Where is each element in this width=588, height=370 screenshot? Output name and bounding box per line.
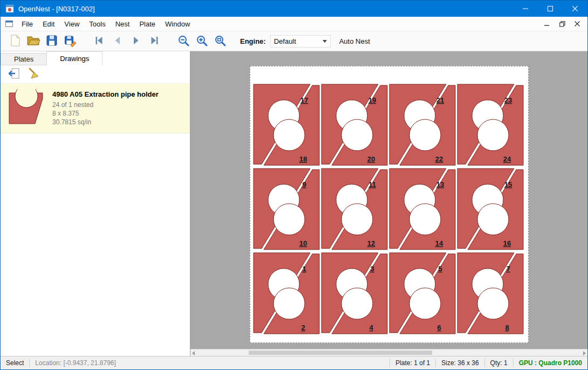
part-number-label: 12 [367,239,375,247]
nest-pair[interactable]: 910 [254,169,319,250]
part-number-label: 24 [503,155,511,163]
menu-item-tools[interactable]: Tools [84,18,110,30]
engine-selected-value: Default [274,37,296,45]
pipe-hole [274,204,305,235]
save-edit-button[interactable] [61,33,79,49]
maximize-button[interactable] [538,1,563,17]
main-area: Plates Drawings [1,51,587,356]
nest-pair[interactable]: 1516 [457,169,523,250]
pipe-hole [477,288,509,319]
next-plate-button[interactable] [127,33,145,49]
pipe-hole [274,288,305,319]
mdi-restore-button[interactable] [555,18,569,29]
main-toolbar: Engine: Default Auto Nest [1,31,587,51]
part-number-label: 15 [504,180,512,189]
status-mode: Select [1,359,29,367]
menu-item-file[interactable]: File [17,18,38,30]
status-bar: Select Location: [-0.9437, 21.8796] Plat… [1,356,587,369]
horizontal-scrollbar[interactable] [190,349,587,356]
import-drawing-button[interactable] [6,68,21,82]
drawing-size: 8 x 8.375 [52,109,159,118]
part-number-label: 6 [437,324,441,332]
nesting-canvas[interactable]: 171819202122232491011121314151612345678 [190,51,587,356]
zoom-fit-icon [214,34,227,49]
menu-item-nest[interactable]: Nest [111,18,135,30]
part-number-label: 4 [369,324,373,332]
nest-pair[interactable]: 1112 [322,169,387,250]
previous-plate-button[interactable] [108,33,127,49]
status-gpu: GPU : Quadro P1000 [514,359,587,367]
part-number-label: 19 [368,96,376,104]
app-icon [5,4,14,13]
part-number-label: 13 [436,180,444,189]
zoom-fit-button[interactable] [211,33,229,49]
mdi-close-button[interactable] [570,18,584,29]
sidebar-empty-area [1,133,190,356]
import-arrow-icon [7,68,20,81]
save-button[interactable] [43,33,61,49]
nest-pair[interactable]: 34 [322,253,387,334]
drawing-nested-count: 24 of 1 nested [52,100,159,109]
pipe-hole [409,288,441,319]
nest-pair[interactable]: 56 [389,253,455,334]
nest-pair[interactable]: 1920 [322,84,387,165]
status-plate-size: Size: 36 x 36 [436,359,484,367]
close-button[interactable] [563,1,587,17]
auto-nest-button[interactable]: Auto Nest [339,37,370,45]
part-thumbnail [7,89,46,127]
last-plate-button[interactable] [145,33,163,49]
scroll-left-icon[interactable] [192,351,195,355]
new-file-button[interactable] [6,33,24,49]
tab-plates[interactable]: Plates [1,53,47,65]
pipe-hole [409,119,441,151]
nest-pair[interactable]: 12 [254,253,319,334]
open-button[interactable] [24,33,43,49]
nest-pair[interactable]: 78 [457,253,523,334]
minimize-button[interactable] [513,1,538,17]
zoom-in-button[interactable] [193,33,211,49]
pipe-hole [341,204,373,235]
part-number-label: 7 [506,265,510,273]
plate-sheet[interactable]: 171819202122232491011121314151612345678 [250,66,529,343]
zoom-out-button[interactable] [174,33,193,49]
drawing-title: 4980 A05 Extraction pipe holder [52,90,159,98]
nest-pair[interactable]: 2324 [457,84,523,165]
first-arrow-icon [93,34,106,49]
menu-item-view[interactable]: View [59,18,84,30]
drawing-item-details: 4980 A05 Extraction pipe holder 24 of 1 … [52,90,159,126]
scrollbar-thumb[interactable] [249,351,432,355]
clean-button[interactable] [26,68,42,82]
tab-drawings[interactable]: Drawings [46,51,102,65]
part-number-label: 8 [505,324,509,332]
new-file-icon [9,34,21,49]
part-number-label: 18 [299,155,307,163]
nest-pair[interactable]: 1314 [389,169,455,250]
engine-select[interactable]: Default [270,35,331,48]
nest-pair[interactable]: 2122 [389,84,455,165]
nest-pair[interactable]: 1718 [254,84,319,165]
mdi-window-controls [540,18,587,29]
window-title: OpenNest - [N0317-002] [18,5,95,13]
part-number-label: 1 [302,265,306,273]
part-number-label: 23 [504,96,512,104]
previous-arrow-icon [111,34,124,49]
mdi-minimize-button[interactable] [540,18,554,29]
zoom-out-icon [177,34,190,49]
nest-plate-svg[interactable]: 171819202122232491011121314151612345678 [250,66,528,342]
last-arrow-icon [148,34,161,49]
scroll-right-icon[interactable] [583,351,586,355]
chevron-down-icon [323,40,327,43]
part-number-label: 11 [368,180,376,189]
status-location: Location: [-0.9437, 21.8796] [30,359,121,367]
menu-item-plate[interactable]: Plate [134,18,160,30]
pipe-hole [341,288,373,319]
pipe-hole [477,119,509,151]
part-number-label: 17 [300,96,308,104]
first-plate-button[interactable] [90,33,108,49]
drawing-list-item[interactable]: 4980 A05 Extraction pipe holder 24 of 1 … [1,84,190,133]
title-bar: OpenNest - [N0317-002] [1,1,587,17]
save-icon [45,34,58,49]
part-number-label: 16 [503,239,511,247]
menu-item-edit[interactable]: Edit [38,18,59,30]
menu-item-window[interactable]: Window [160,18,195,30]
